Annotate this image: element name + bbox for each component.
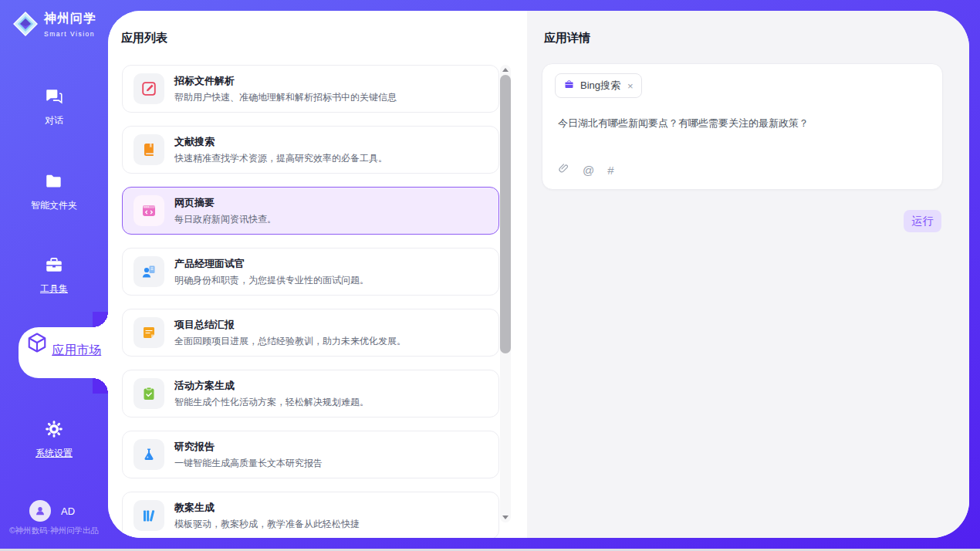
scrollbar-thumb[interactable] — [500, 75, 511, 353]
brand-subtitle: Smart Vision — [44, 30, 95, 38]
app-list-title: 应用列表 — [121, 31, 167, 46]
app-list-item[interactable]: 文献搜索 快速精准查找学术资源，提高研究效率的必备工具。 — [122, 126, 499, 174]
sidebar-item-label: 对话 — [0, 114, 108, 127]
sidebar-item-app-market[interactable]: 应用市场 — [19, 327, 108, 378]
avatar — [29, 500, 51, 522]
scroll-up-arrow-icon[interactable] — [502, 68, 509, 72]
browser-icon — [133, 195, 164, 226]
app-description: 一键智能生成高质量长文本研究报告 — [174, 457, 323, 470]
app-detail-panel: 应用详情 Bing搜索 × 今日湖北有哪些新闻要点？有哪些需要关注的最新政策？ … — [527, 11, 969, 538]
app-list: 招标文件解析 帮助用户快速、准确地理解和解析招标书中的关键信息 文献搜索 快速精… — [122, 65, 499, 538]
sidebar-item-smart-folder[interactable]: 智能文件夹 — [0, 171, 108, 212]
app-name: 产品经理面试官 — [174, 257, 369, 271]
app-list-panel: 应用列表 招标文件解析 帮助用户快速、准确地理解和解析招标书中的关键信息 文献搜… — [108, 11, 527, 538]
app-name: 活动方案生成 — [174, 379, 369, 393]
app-description: 智能生成个性化活动方案，轻松解决规划难题。 — [174, 396, 369, 409]
paperclip-icon[interactable] — [558, 162, 569, 178]
sidebar-item-label: 智能文件夹 — [0, 199, 108, 212]
toolbox-icon — [44, 264, 64, 277]
scrollbar[interactable] — [500, 65, 511, 522]
diamond-logo-icon — [12, 11, 39, 40]
sidebar-item-label: 应用市场 — [52, 343, 101, 357]
app-list-item[interactable]: 网页摘要 每日政府新闻资讯快查。 — [122, 187, 499, 235]
user-account[interactable]: AD — [29, 500, 75, 522]
app-description: 每日政府新闻资讯快查。 — [174, 213, 276, 226]
app-description: 快速精准查找学术资源，提高研究效率的必备工具。 — [174, 152, 387, 165]
main-content: 应用列表 招标文件解析 帮助用户快速、准确地理解和解析招标书中的关键信息 文献搜… — [108, 11, 969, 538]
sidebar-item-settings[interactable]: 系统设置 — [0, 419, 108, 460]
copyright-text: ©神州数码·神州问学出品 — [0, 526, 108, 536]
folder-icon — [44, 181, 64, 194]
sidebar: 神州问学 Smart Vision 对话 智能文件夹 工具集 应用市场 系统设置 — [0, 0, 108, 551]
run-button[interactable]: 运行 — [904, 210, 941, 232]
hash-icon[interactable]: # — [607, 164, 613, 176]
app-root: { "brand": { "name": "神州问学", "subtitle":… — [0, 0, 980, 551]
app-description: 全面回顾项目进展，总结经验教训，助力未来优化发展。 — [174, 335, 406, 348]
app-list-item[interactable]: 教案生成 模板驱动，教案秒成，教学准备从此轻松快捷 — [122, 492, 499, 538]
tool-tag-label: Bing搜索 — [580, 79, 620, 93]
app-list-item[interactable]: 项目总结汇报 全面回顾项目进展，总结经验教训，助力未来优化发展。 — [122, 309, 499, 357]
sidebar-item-toolset[interactable]: 工具集 — [0, 255, 108, 296]
app-description: 模板驱动，教案秒成，教学准备从此轻松快捷 — [174, 518, 360, 531]
app-list-item[interactable]: 研究报告 一键智能生成高质量长文本研究报告 — [122, 431, 499, 478]
prompt-input[interactable]: 今日湖北有哪些新闻要点？有哪些需要关注的最新政策？ — [558, 117, 927, 130]
chat-icon — [44, 96, 64, 109]
brand-name: 神州问学 — [44, 12, 96, 25]
app-list-item[interactable]: 招标文件解析 帮助用户快速、准确地理解和解析招标书中的关键信息 — [122, 65, 499, 113]
clipboard-check-icon — [133, 378, 164, 409]
app-description: 明确身份和职责，为您提供专业性的面试问题。 — [174, 274, 369, 287]
edit-square-icon — [133, 73, 164, 104]
app-name: 研究报告 — [174, 440, 323, 454]
attachment-toolbar: @ # — [558, 162, 614, 178]
gear-icon — [44, 428, 64, 441]
sidebar-item-label: 工具集 — [0, 282, 108, 296]
sidebar-item-chat[interactable]: 对话 — [0, 86, 108, 127]
app-description: 帮助用户快速、准确地理解和解析招标书中的关键信息 — [174, 91, 397, 104]
at-icon[interactable]: @ — [583, 164, 594, 176]
app-name: 项目总结汇报 — [174, 318, 406, 332]
app-name: 教案生成 — [174, 501, 360, 515]
app-list-item[interactable]: 产品经理面试官 明确身份和职责，为您提供专业性的面试问题。 — [122, 248, 499, 296]
note-icon — [133, 317, 164, 348]
interviewer-icon — [133, 256, 164, 287]
book-icon — [133, 134, 164, 165]
app-name: 文献搜索 — [174, 135, 387, 149]
briefcase-icon — [563, 79, 575, 93]
cube-icon — [25, 343, 52, 357]
close-icon[interactable]: × — [627, 80, 634, 92]
app-detail-title: 应用详情 — [544, 31, 590, 46]
app-name: 网页摘要 — [174, 196, 276, 210]
scroll-down-arrow-icon[interactable] — [502, 516, 509, 519]
books-icon — [133, 500, 164, 531]
brand-logo: 神州问学 Smart Vision — [12, 11, 108, 40]
tool-tag-bing-search[interactable]: Bing搜索 × — [555, 73, 642, 98]
user-name: AD — [61, 505, 75, 517]
prompt-card: Bing搜索 × 今日湖北有哪些新闻要点？有哪些需要关注的最新政策？ @ # — [542, 63, 943, 190]
flask-icon — [133, 439, 164, 470]
app-list-item[interactable]: 活动方案生成 智能生成个性化活动方案，轻松解决规划难题。 — [122, 370, 499, 417]
sidebar-item-label: 系统设置 — [0, 447, 108, 460]
app-name: 招标文件解析 — [174, 74, 397, 88]
